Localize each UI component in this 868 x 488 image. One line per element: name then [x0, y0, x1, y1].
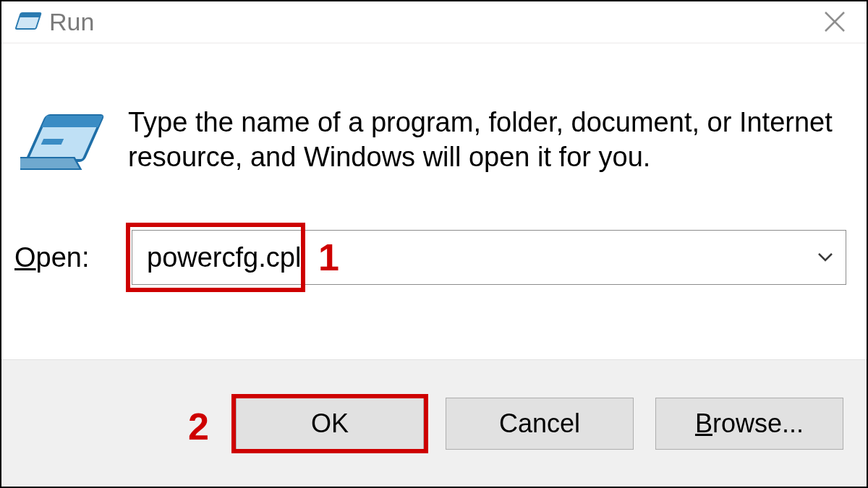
browse-button[interactable]: Browse...	[655, 398, 843, 450]
dialog-body: Type the name of a program, folder, docu…	[1, 43, 867, 359]
svg-rect-5	[41, 116, 103, 127]
open-row: Open:	[14, 230, 846, 285]
open-combobox[interactable]	[132, 230, 846, 285]
open-label: Open:	[14, 242, 109, 273]
chevron-down-icon	[817, 252, 833, 262]
run-app-small-icon	[12, 10, 43, 35]
open-input[interactable]	[132, 231, 805, 284]
run-dialog-frame: Run Type the name of a program, folder,	[0, 0, 868, 488]
cancel-button[interactable]: Cancel	[446, 398, 634, 450]
combo-dropdown-button[interactable]	[805, 231, 846, 284]
svg-rect-1	[20, 13, 41, 17]
annotation-number-2: 2	[188, 405, 209, 448]
close-button[interactable]	[819, 6, 851, 38]
title-bar: Run	[1, 1, 867, 43]
svg-rect-6	[41, 139, 64, 145]
close-icon	[822, 9, 847, 34]
dialog-footer: OK Cancel Browse... 2	[1, 359, 867, 487]
run-large-icon	[20, 110, 106, 175]
ok-button[interactable]: OK	[236, 398, 424, 450]
instruction-text: Type the name of a program, folder, docu…	[128, 106, 838, 174]
window-title: Run	[49, 8, 94, 36]
